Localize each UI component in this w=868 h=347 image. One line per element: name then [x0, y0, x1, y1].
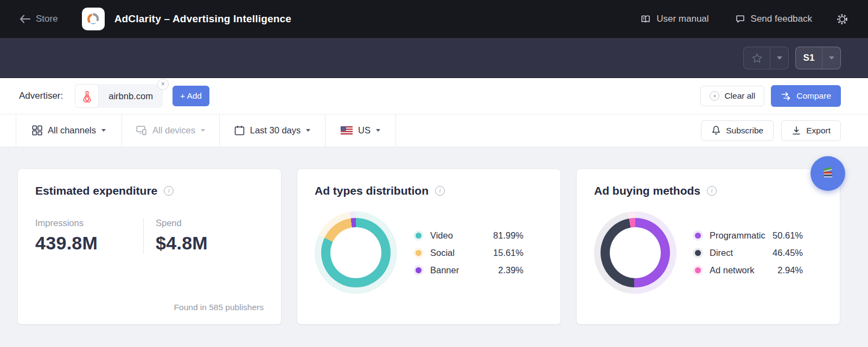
legend-row[interactable]: Social15.61%	[416, 248, 524, 258]
adclarity-logo	[82, 8, 105, 30]
clear-icon: ×	[710, 91, 719, 101]
preset-split-button: S1	[795, 47, 841, 69]
calendar-icon	[234, 125, 245, 136]
legend-dot	[416, 250, 422, 256]
estimated-expenditure-card: Estimated expenditure i Impressions 439.…	[18, 169, 281, 324]
ad-buying-legend: Programmatic50.61%Direct46.45%Ad network…	[695, 230, 803, 275]
workspace-bar: S1	[0, 38, 868, 78]
feedback-bubble-icon	[735, 14, 745, 24]
export-button[interactable]: Export	[781, 120, 841, 141]
legend-row[interactable]: Ad network2.94%	[695, 265, 803, 275]
ad-buying-donut-chart[interactable]	[594, 211, 676, 294]
chevron-down-icon	[306, 129, 310, 132]
impressions-value: 439.8M	[35, 233, 143, 254]
legend-row[interactable]: Banner2.39%	[416, 265, 524, 275]
channels-filter-label: All channels	[48, 125, 96, 136]
legend-label: Social	[430, 248, 493, 258]
gear-icon	[836, 13, 848, 25]
send-feedback-link[interactable]: Send feedback	[735, 14, 812, 24]
book-icon	[640, 14, 651, 24]
donut-ring	[601, 218, 670, 287]
info-icon[interactable]: i	[435, 186, 445, 196]
legend-value: 81.99%	[493, 230, 524, 241]
devices-icon	[136, 125, 147, 136]
metric-divider	[143, 218, 144, 254]
compare-label: Compare	[796, 91, 831, 101]
ad-buying-methods-card: Ad buying methods i Programmatic50.61%Di…	[577, 169, 840, 324]
remove-advertiser-button[interactable]: ×	[157, 79, 169, 90]
favorite-dropdown[interactable]	[770, 47, 788, 69]
devices-filter-label: All devices	[152, 125, 195, 136]
help-widget-button[interactable]	[810, 156, 845, 191]
donut-ring	[321, 218, 391, 287]
subscribe-button[interactable]: Subscribe	[701, 120, 774, 141]
devices-filter[interactable]: All devices	[122, 114, 220, 146]
advertiser-row: Advertiser: airbnb.com × + Add × Clear a…	[0, 78, 868, 114]
favorite-split-button	[743, 47, 789, 69]
legend-label: Direct	[710, 248, 773, 258]
app-title: AdClarity – Advertising Intelligence	[114, 13, 291, 25]
airbnb-logo	[75, 84, 99, 108]
legend-row[interactable]: Video81.99%	[416, 230, 524, 241]
legend-value: 2.94%	[777, 265, 803, 275]
legend-value: 50.61%	[773, 230, 803, 241]
filter-stub	[0, 114, 16, 146]
back-label: Store	[36, 14, 58, 24]
channels-grid-icon	[32, 125, 42, 136]
donut-hole	[610, 227, 661, 278]
date-range-filter[interactable]: Last 30 days	[220, 114, 326, 146]
add-advertiser-button[interactable]: + Add	[173, 86, 209, 106]
legend-row[interactable]: Direct46.45%	[695, 248, 803, 258]
top-bar: Store AdClarity – Advertising Intelligen…	[0, 0, 868, 38]
favorite-button[interactable]	[744, 47, 770, 69]
chevron-down-icon	[376, 129, 380, 132]
chevron-down-icon	[201, 129, 205, 132]
legend-dot	[416, 233, 422, 239]
download-icon	[792, 126, 801, 136]
date-range-label: Last 30 days	[250, 125, 301, 136]
user-manual-label: User manual	[656, 14, 709, 24]
compare-arrows-icon	[781, 92, 792, 101]
region-label: US	[358, 125, 371, 136]
card-title: Ad buying methods	[594, 184, 700, 197]
us-flag-icon	[341, 126, 353, 134]
preset-dropdown[interactable]	[822, 47, 840, 69]
spend-metric: Spend $4.8M	[156, 218, 264, 254]
legend-dot	[695, 250, 701, 256]
legend-dot	[695, 233, 701, 239]
publishers-footnote: Found in 585 publishers	[174, 303, 264, 312]
legend-value: 15.61%	[493, 248, 524, 258]
channels-filter[interactable]: All channels	[16, 114, 122, 146]
spend-label: Spend	[156, 218, 264, 228]
spend-value: $4.8M	[156, 233, 264, 254]
info-icon[interactable]: i	[164, 186, 174, 196]
chevron-down-icon	[777, 56, 782, 60]
legend-value: 46.45%	[773, 248, 803, 258]
preset-button[interactable]: S1	[796, 47, 822, 69]
advertiser-domain: airbnb.com	[99, 84, 163, 108]
back-to-store-button[interactable]: Store	[20, 14, 58, 24]
legend-dot	[416, 267, 422, 273]
legend-row[interactable]: Programmatic50.61%	[695, 230, 803, 241]
books-icon	[820, 166, 835, 181]
legend-label: Video	[430, 230, 493, 241]
bell-icon	[711, 125, 721, 136]
ad-types-donut-chart[interactable]	[315, 211, 397, 294]
export-label: Export	[806, 126, 831, 136]
clear-all-label: Clear all	[724, 91, 755, 101]
legend-label: Programmatic	[710, 230, 773, 241]
clear-all-button[interactable]: × Clear all	[700, 86, 764, 106]
legend-label: Banner	[430, 265, 498, 275]
ad-types-legend: Video81.99%Social15.61%Banner2.39%	[416, 230, 524, 275]
star-icon	[752, 53, 762, 63]
user-manual-link[interactable]: User manual	[640, 14, 709, 24]
compare-button[interactable]: Compare	[771, 85, 841, 107]
legend-dot	[695, 267, 701, 273]
preset-label: S1	[803, 53, 815, 63]
region-filter[interactable]: US	[326, 114, 396, 146]
donut-hole	[330, 227, 381, 278]
advertiser-label: Advertiser:	[19, 91, 63, 101]
impressions-metric: Impressions 439.8M	[35, 218, 143, 254]
info-icon[interactable]: i	[707, 186, 717, 196]
settings-button[interactable]	[836, 13, 848, 25]
